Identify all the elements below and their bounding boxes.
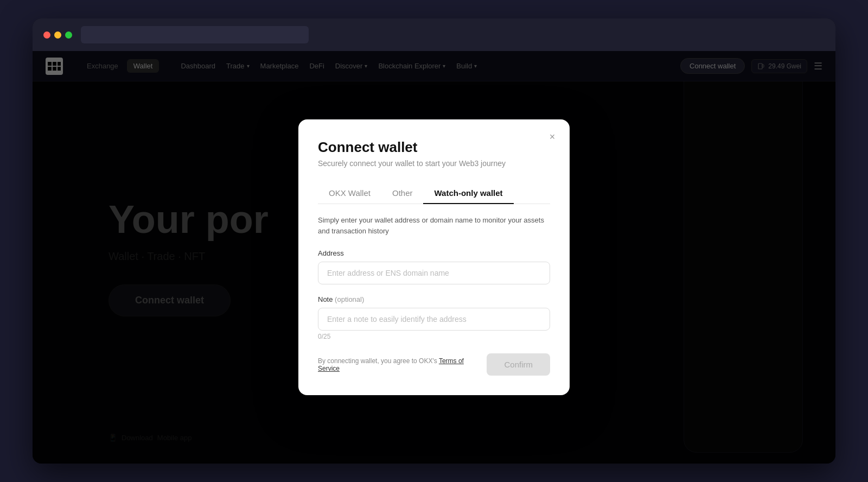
note-optional-label: (optional) [335, 295, 364, 303]
terms-text: By connecting wallet, you agree to OKX's… [318, 357, 487, 372]
char-count: 0/25 [318, 333, 550, 340]
confirm-button[interactable]: Confirm [487, 353, 550, 376]
traffic-light-red[interactable] [43, 31, 50, 39]
traffic-light-yellow[interactable] [54, 31, 61, 39]
tab-watch-only-wallet[interactable]: Watch-only wallet [423, 183, 513, 204]
address-bar[interactable] [81, 26, 309, 43]
address-input[interactable] [318, 262, 550, 284]
modal-subtitle: Securely connect your wallet to start yo… [318, 159, 550, 168]
tab-other[interactable]: Other [381, 183, 424, 204]
browser-window: Exchange Wallet Dashboard Trade Marketpl… [33, 18, 835, 464]
tab-okx-wallet[interactable]: OKX Wallet [318, 183, 381, 204]
modal-tabs: OKX Wallet Other Watch-only wallet [318, 183, 550, 204]
modal-close-button[interactable]: × [545, 129, 560, 144]
note-label: Note (optional) [318, 295, 550, 303]
note-input[interactable] [318, 308, 550, 331]
traffic-lights [43, 31, 72, 39]
traffic-light-green[interactable] [65, 31, 72, 39]
modal-title: Connect wallet [318, 139, 550, 156]
browser-chrome [33, 18, 835, 51]
address-label: Address [318, 249, 550, 257]
connect-wallet-modal: × Connect wallet Securely connect your w… [298, 119, 570, 395]
main-content: Exchange Wallet Dashboard Trade Marketpl… [33, 51, 835, 464]
modal-footer: By connecting wallet, you agree to OKX's… [318, 353, 550, 376]
tab-description: Simply enter your wallet address or doma… [318, 215, 550, 236]
modal-overlay: × Connect wallet Securely connect your w… [33, 51, 835, 464]
